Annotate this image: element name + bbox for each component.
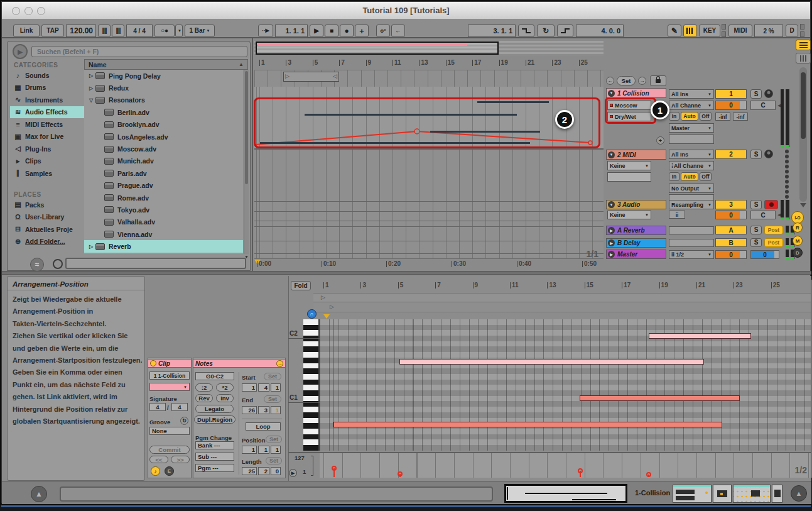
loop-end-marker-icon[interactable]: ◁ xyxy=(333,73,337,79)
list-item-reverb[interactable]: ▷Reverb xyxy=(84,240,243,252)
length-field-0[interactable]: 25 xyxy=(242,467,257,475)
start-field-1[interactable]: 4 xyxy=(258,383,269,392)
prev-automation-icon[interactable]: ← xyxy=(606,77,614,85)
back-to-arrangement-button[interactable]: ← xyxy=(391,25,405,37)
unfold-track-icon[interactable]: ▼ xyxy=(608,151,615,158)
midi-loop-row[interactable]: ▷ xyxy=(313,293,811,302)
overview-viewport[interactable] xyxy=(256,41,499,55)
clip-activator-icon[interactable] xyxy=(150,360,156,366)
device-view-toggle[interactable] xyxy=(796,53,811,63)
signature-numerator[interactable]: 4 xyxy=(149,403,166,411)
track-header-1-collision[interactable]: ▼1 Collision xyxy=(606,88,666,98)
position-set-button[interactable]: Set xyxy=(266,436,282,443)
hot-swap-icon[interactable]: ≈ xyxy=(30,258,44,272)
link-button[interactable]: Link xyxy=(13,25,40,37)
fold-button[interactable]: Fold xyxy=(291,281,311,290)
overdub-button[interactable]: + xyxy=(355,25,369,37)
track3-input-type[interactable]: Resampling▼ xyxy=(669,200,714,209)
browser-scrollbar-thumb[interactable] xyxy=(245,71,248,184)
track-header-2-midi[interactable]: ▼2 MIDI xyxy=(606,150,666,160)
set-locator-button[interactable]: Set xyxy=(617,76,636,85)
return-b-io[interactable] xyxy=(669,239,714,247)
midi-marker-row[interactable]: ▷ xyxy=(313,303,811,312)
list-item-vienna-adv[interactable]: Vienna.adv xyxy=(84,228,243,240)
velocity-play-icon[interactable]: ▶ xyxy=(289,469,297,477)
midi-map-button[interactable]: MIDI xyxy=(728,25,752,37)
list-item-losangeles-adv[interactable]: LosAngeles.adv xyxy=(84,131,243,143)
track2-monitor-off[interactable]: Off xyxy=(700,172,712,181)
midi-note-B1[interactable] xyxy=(649,333,751,339)
track1-output-type[interactable]: Master▼ xyxy=(669,123,714,133)
stop-button[interactable]: ■ xyxy=(325,25,338,37)
envelope-tab-icon[interactable]: E xyxy=(165,466,174,476)
track2-device-chooser[interactable]: Keine▼ xyxy=(607,161,651,170)
clip-name-field[interactable]: 1 1-Collision xyxy=(149,371,190,380)
half-time-button[interactable]: :2 xyxy=(195,383,213,392)
length-field-1[interactable]: 2 xyxy=(258,467,269,475)
punch-in-button[interactable] xyxy=(518,25,534,37)
overdub-d-button[interactable]: D xyxy=(786,25,798,37)
list-item-prague-adv[interactable]: Prague.adv xyxy=(84,180,243,192)
track3-pan[interactable]: C◀ xyxy=(750,211,776,219)
arrangement-track-lanes[interactable]: 1/1 xyxy=(254,148,604,258)
track1-arm-knob-icon[interactable] xyxy=(764,89,773,98)
sort-arrow-icon[interactable]: ▲ xyxy=(239,62,244,67)
loop-start-marker-icon[interactable]: ▷ xyxy=(285,73,290,79)
clip-notes-tab-icon[interactable]: ♪ xyxy=(151,466,160,476)
track1-pan[interactable]: C◀ xyxy=(750,101,776,110)
places-item-aktuelles-proje[interactable]: ⊟Aktuelles Proje xyxy=(10,223,84,236)
legato-button[interactable]: Legato xyxy=(195,405,234,413)
end-set-button[interactable]: Set xyxy=(264,395,281,403)
list-header-name[interactable]: Name ▲ xyxy=(84,59,248,70)
master-volume[interactable]: 0 xyxy=(715,250,747,259)
track1-monitor-off[interactable]: Off xyxy=(700,112,712,121)
track-header-3-audio[interactable]: ▼3 Audio xyxy=(606,200,666,209)
list-item-resonators[interactable]: ▽Resonators xyxy=(84,94,243,106)
double-time-button[interactable]: *2 xyxy=(216,383,234,392)
sidebar-item-max-for-live[interactable]: ▣Max for Live xyxy=(10,131,84,143)
sub-bank-chooser[interactable]: Sub --- xyxy=(195,453,234,461)
start-field-2[interactable]: 1 xyxy=(271,383,281,392)
draw-mode-pencil-button[interactable]: ✎ xyxy=(668,25,681,37)
nudge-up-button[interactable]: |||| xyxy=(112,25,124,37)
device-thumbnail[interactable] xyxy=(733,485,771,503)
midi-note-A0[interactable] xyxy=(333,422,722,427)
unfold-track-icon[interactable]: ▼ xyxy=(608,90,615,97)
arrangement-time-ruler[interactable]: 0:000:100:200:300:400:50 xyxy=(254,258,604,268)
sidebar-item-samples[interactable]: ∥Samples xyxy=(10,167,84,180)
arrangement-position-field[interactable]: 1. 1. 1 xyxy=(275,25,308,37)
track2-solo-button[interactable]: S xyxy=(750,150,762,159)
loop-toggle-button[interactable]: Loop xyxy=(246,422,281,431)
track1-input-channel[interactable]: All Channe▼ xyxy=(669,101,714,110)
position-field-1[interactable]: 1 xyxy=(258,446,269,454)
start-field-0[interactable]: 1 xyxy=(242,383,257,392)
scroll-down-arrow-icon[interactable] xyxy=(800,203,806,207)
master-track-header[interactable]: ▶Master xyxy=(606,250,666,259)
metronome-menu-caret[interactable]: ▼ xyxy=(175,25,183,37)
sidebar-item-plug-ins[interactable]: ◁Plug-Ins xyxy=(10,143,84,155)
return-a-number[interactable]: A xyxy=(715,226,747,234)
velocity-marker[interactable] xyxy=(332,466,337,471)
notes-box-header[interactable]: Notes→ xyxy=(193,359,286,368)
fold-track-icon[interactable]: ▶ xyxy=(608,251,615,258)
list-item-valhalla-adv[interactable]: Valhalla.adv xyxy=(84,216,243,228)
unfold-track-icon[interactable]: ▼ xyxy=(608,201,615,208)
metronome-button[interactable]: ○● xyxy=(154,25,175,37)
return-b-header[interactable]: ▶B Delay xyxy=(606,238,666,248)
end-field-2[interactable]: 1 xyxy=(271,406,281,414)
fold-track-icon[interactable]: ▶ xyxy=(608,227,615,234)
sidebar-item-clips[interactable]: ▸Clips xyxy=(10,155,84,168)
nudge-forward-button[interactable]: >> xyxy=(171,456,190,463)
return-b-solo-button[interactable]: S xyxy=(750,238,762,247)
track3-number[interactable]: 3 xyxy=(715,200,747,209)
track1-monitor-auto[interactable]: Auto xyxy=(681,112,698,121)
track2-number[interactable]: 2 xyxy=(715,150,747,159)
delay-section-toggle[interactable]: D xyxy=(793,248,803,258)
key-map-button[interactable]: KEY xyxy=(699,25,720,37)
track2-input-channel[interactable]: ⁞All Channe▼ xyxy=(669,161,714,170)
folder-collapsed-icon[interactable]: ▷ xyxy=(88,85,94,91)
length-field-2[interactable]: 0 xyxy=(271,467,281,475)
list-item-brooklyn-adv[interactable]: Brooklyn.adv xyxy=(84,119,243,131)
folder-collapsed-icon[interactable]: ▷ xyxy=(88,73,94,79)
sidebar-item-audio-effects[interactable]: ≋Audio Effects xyxy=(10,106,84,119)
